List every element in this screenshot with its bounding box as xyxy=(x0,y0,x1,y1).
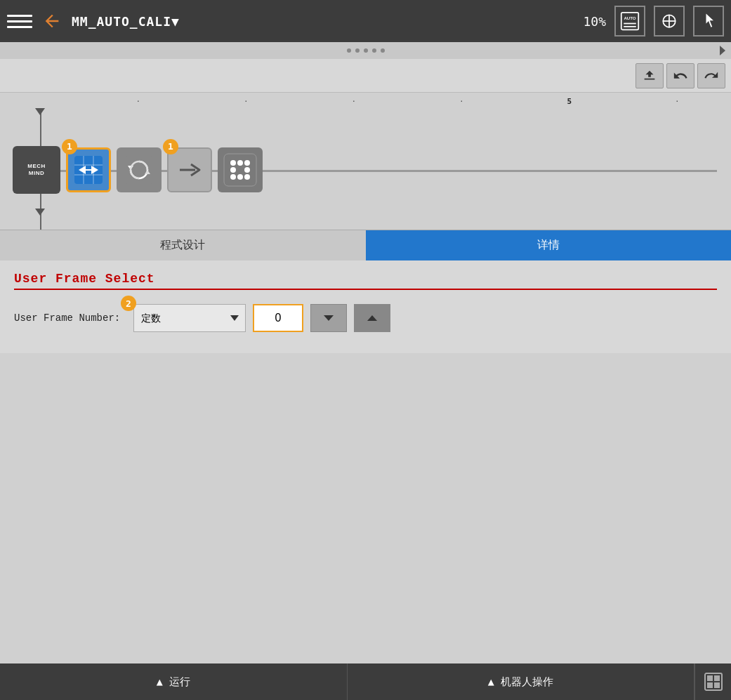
ruler-tick: · xyxy=(408,97,516,106)
svg-rect-13 xyxy=(125,156,153,184)
header: MM_AUTO_CALI▼ 10% AUTO xyxy=(0,0,731,42)
frame-type-select[interactable]: 定数 xyxy=(133,304,246,332)
svg-rect-28 xyxy=(714,675,720,681)
ruler-tick-5: 5 xyxy=(515,97,624,106)
tabs: 程式设计 详情 xyxy=(0,230,731,260)
svg-rect-30 xyxy=(714,682,720,688)
svg-point-19 xyxy=(237,160,243,166)
back-icon[interactable] xyxy=(39,8,65,34)
node-badge-1: 1 xyxy=(62,139,77,154)
ruler-tick: · xyxy=(300,97,408,106)
frame-number-input[interactable] xyxy=(253,304,303,332)
auto-mode-icon[interactable]: AUTO xyxy=(614,6,645,37)
svg-point-18 xyxy=(230,160,236,166)
svg-rect-29 xyxy=(707,682,713,688)
svg-point-22 xyxy=(244,167,250,173)
robot-operation-button[interactable]: ▲ 机器人操作 xyxy=(348,663,695,700)
footer: ▲ 运行 ▲ 机器人操作 xyxy=(0,663,731,700)
select-wrapper: 定数 xyxy=(133,304,246,332)
svg-point-24 xyxy=(237,174,243,180)
scroll-indicator xyxy=(0,42,731,59)
svg-point-25 xyxy=(244,174,250,180)
header-title: MM_AUTO_CALI▼ xyxy=(72,14,576,29)
scroll-dot xyxy=(381,48,385,53)
decrement-button[interactable] xyxy=(310,304,347,332)
menu-icon[interactable] xyxy=(7,8,32,34)
ruler-tick: · xyxy=(192,97,301,106)
touch-icon[interactable] xyxy=(693,6,724,37)
user-frame-number-row: User Frame Number: 定数 2 xyxy=(14,304,717,332)
node-arrow[interactable]: 1 xyxy=(167,147,212,192)
run-button[interactable]: ▲ 运行 xyxy=(0,663,348,700)
timeline-area: · · · · 5 · MECHMIND 1 xyxy=(0,93,731,230)
upload-button[interactable] xyxy=(635,63,664,88)
tab-program-design[interactable]: 程式设计 xyxy=(0,230,366,260)
ruler-tick: · xyxy=(84,97,192,106)
svg-text:AUTO: AUTO xyxy=(624,15,635,20)
robot-arm-icon[interactable] xyxy=(654,6,685,37)
badge-2: 2 xyxy=(121,296,136,311)
scroll-dot xyxy=(355,48,360,53)
scroll-arrow-right xyxy=(720,46,725,55)
mech-mind-icon[interactable]: MECHMIND xyxy=(13,146,60,194)
node-move-robot[interactable] xyxy=(117,147,162,192)
svg-rect-17 xyxy=(224,154,256,186)
ruler-tick: · xyxy=(624,97,732,106)
undo-button[interactable] xyxy=(666,63,694,88)
node-badge-1b: 1 xyxy=(163,139,178,154)
tab-detail[interactable]: 详情 xyxy=(366,230,732,260)
svg-point-20 xyxy=(244,160,250,166)
svg-rect-27 xyxy=(707,675,713,681)
scroll-dot xyxy=(372,48,376,53)
arrow-node-icon[interactable] xyxy=(167,147,212,192)
detail-title: User Frame Select xyxy=(14,272,717,290)
header-right: 10% AUTO xyxy=(583,6,724,37)
svg-point-23 xyxy=(230,174,236,180)
svg-point-21 xyxy=(230,167,236,173)
node-dice[interactable] xyxy=(218,147,263,192)
node-mech-mind[interactable]: MECHMIND xyxy=(13,146,60,194)
toolbar xyxy=(0,59,731,93)
footer-icon-button[interactable] xyxy=(694,663,731,700)
move-robot-icon[interactable] xyxy=(117,147,162,192)
increment-button[interactable] xyxy=(354,304,390,332)
dice-icon[interactable] xyxy=(218,147,263,192)
scroll-dot xyxy=(347,48,351,53)
scroll-dot xyxy=(364,48,368,53)
header-percent: 10% xyxy=(583,14,606,29)
timeline-ruler: · · · · 5 · xyxy=(0,93,731,110)
node-user-frame-select[interactable]: 1 xyxy=(66,147,111,192)
user-frame-select-icon[interactable] xyxy=(66,147,111,192)
user-frame-number-label: User Frame Number: xyxy=(14,312,126,324)
detail-panel: User Frame Select User Frame Number: 定数 … xyxy=(0,260,731,353)
redo-button[interactable] xyxy=(697,63,725,88)
